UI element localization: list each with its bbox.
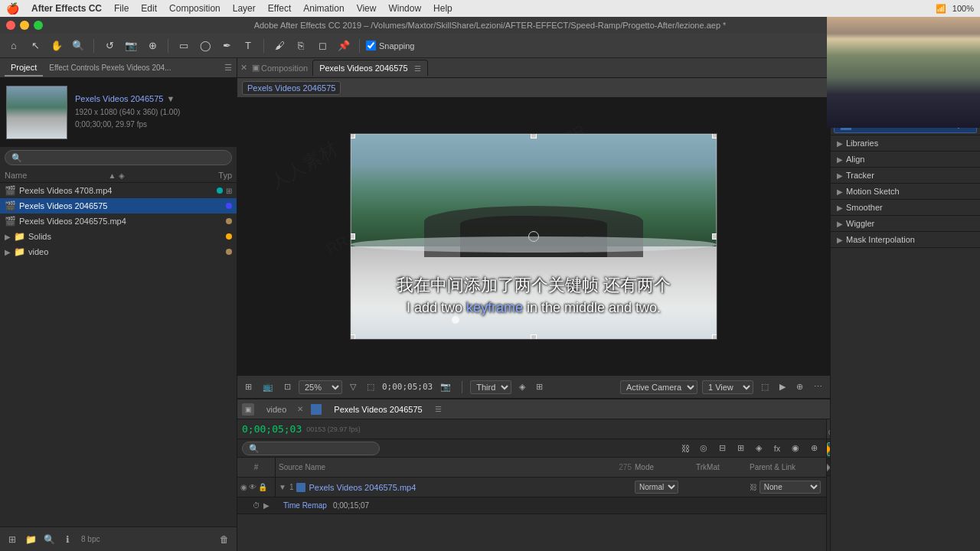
file-item[interactable]: 🎬 Pexels Videos 2046575 (0, 198, 237, 214)
section-mask-interpolation-header[interactable]: ▶ Mask Interpolation (831, 232, 980, 247)
sub-keyframe-1[interactable] (827, 464, 830, 471)
snapping-checkbox[interactable] (366, 41, 376, 51)
new-item-btn[interactable]: ⊞ (5, 532, 20, 547)
tl-adjust-btn[interactable]: ⊕ (806, 441, 822, 456)
rotate-tool[interactable]: ↺ (100, 37, 119, 54)
tl-expand-btn[interactable]: ⊞ (733, 441, 748, 456)
tl-link-btn[interactable]: ⛓ (678, 441, 693, 456)
menu-composition[interactable]: Composition (169, 3, 220, 14)
comp-name-tag[interactable]: Pexels Videos 2046575 (242, 81, 341, 95)
pan-tool[interactable]: ⊕ (143, 37, 162, 54)
apple-menu[interactable]: 🍎 (6, 2, 19, 15)
render-btn[interactable]: ▶ (776, 380, 789, 393)
more-btn[interactable]: ⋯ (811, 380, 825, 393)
tl-layer-row[interactable]: ◉ 👁 🔒 ▼ 1 Pexels Videos 2046575.mp4 (237, 478, 826, 497)
tl-motion-btn[interactable]: ◉ (788, 441, 803, 456)
puppet-tool[interactable]: 📌 (335, 37, 353, 54)
camera-tool[interactable]: 📷 (122, 37, 140, 54)
home-tool[interactable]: ⌂ (5, 37, 23, 54)
hand-tool[interactable]: ✋ (47, 37, 66, 54)
menu-help[interactable]: Help (433, 3, 452, 14)
layer-solo-icon[interactable]: ◉ (240, 483, 247, 491)
timeline-ruler[interactable]: 0s 5s 10s 15s 20s 25s 30s (827, 419, 830, 439)
layer-lock-icon[interactable]: 🔒 (258, 483, 267, 491)
text-tool[interactable]: T (239, 37, 257, 54)
maximize-button[interactable] (34, 21, 43, 30)
section-align-header[interactable]: ▶ Align (831, 152, 980, 167)
file-item[interactable]: 🎬 Pexels Videos 4708.mp4 ⊞ (0, 183, 237, 198)
tl-solo-btn[interactable]: ◎ (696, 441, 711, 456)
sublayer-stopwatch-icon[interactable]: ⏱ (253, 501, 260, 510)
delete-btn[interactable]: 🗑 (217, 532, 232, 547)
zoom-select[interactable]: 25% 50% 100% (299, 380, 342, 394)
comp-tab-menu-icon[interactable]: ☰ (414, 64, 421, 73)
section-smoother-header[interactable]: ▶ Smoother (831, 200, 980, 215)
view-mode-btn[interactable]: 📺 (260, 380, 276, 393)
section-libraries-header[interactable]: ▶ Libraries (831, 135, 980, 151)
tab-effect-controls[interactable]: Effect Controls Pexels Videos 204... (43, 60, 177, 75)
region-btn[interactable]: ⬚ (364, 380, 377, 393)
paint-tool[interactable]: 🖌 (270, 37, 289, 54)
search-btn[interactable]: 🔍 (41, 532, 57, 547)
clone-tool[interactable]: ⎘ (292, 37, 310, 54)
menu-animation[interactable]: Animation (303, 3, 344, 14)
3d-view-btn[interactable]: ⬚ (758, 380, 772, 393)
folder-expand-4[interactable]: ▶ (5, 233, 11, 241)
tl-collapse-btn[interactable]: ⊟ (714, 441, 730, 456)
view-count-select[interactable]: 1 View 2 Views 4 Views (702, 380, 753, 394)
sublayer-expand-icon[interactable]: ▶ (263, 501, 270, 510)
rect-mask-tool[interactable]: ▭ (175, 37, 193, 54)
file-item[interactable]: ▶ 📁 Solids (0, 229, 237, 244)
parent-chain-icon[interactable]: ⛓ (750, 483, 757, 491)
camera-select[interactable]: Active Camera (620, 380, 697, 394)
folder-btn[interactable]: 📁 (23, 532, 38, 547)
timeline-tab-comp[interactable]: Pexels Videos 2046575 (328, 402, 428, 417)
parent-select[interactable]: None (760, 481, 821, 494)
filter-icon[interactable]: ◈ (119, 171, 125, 180)
menu-file[interactable]: File (114, 3, 129, 14)
fit-btn[interactable]: ▽ (347, 380, 359, 393)
menu-layer[interactable]: Layer (233, 3, 256, 14)
sort-asc-icon[interactable]: ▲ (109, 171, 116, 180)
layer-mode-select[interactable]: Normal (635, 481, 678, 494)
panel-menu-btn[interactable]: ☰ (224, 63, 232, 73)
eraser-tool[interactable]: ◻ (313, 37, 332, 54)
track-row-sub-1[interactable] (827, 459, 830, 476)
comp-settings-btn[interactable]: ⊞ (242, 380, 255, 393)
menu-edit[interactable]: Edit (141, 3, 157, 14)
close-button[interactable] (6, 21, 15, 30)
timeline-search-input[interactable] (242, 442, 380, 455)
tl-fx-btn[interactable]: fx (769, 441, 785, 456)
tab-project[interactable]: Project (5, 60, 43, 77)
file-item[interactable]: ▶ 📁 video (0, 244, 237, 259)
track-row-1[interactable] (827, 439, 830, 459)
zoom-tool[interactable]: 🔍 (69, 37, 87, 54)
tl-blend-btn[interactable]: ◈ (751, 441, 766, 456)
menu-effect[interactable]: Effect (268, 3, 291, 14)
third-view-select[interactable]: Third Full (470, 380, 511, 394)
overlay-btn[interactable]: ⊕ (793, 380, 806, 393)
tab-pexels-2046575[interactable]: Pexels Videos 2046575 ☰ (312, 60, 427, 76)
minimize-button[interactable] (20, 21, 29, 30)
grid-btn[interactable]: ⊡ (281, 380, 294, 393)
ellipse-mask-tool[interactable]: ◯ (196, 37, 214, 54)
project-search-input[interactable] (5, 150, 232, 165)
menu-view[interactable]: View (357, 3, 377, 14)
timeline-tab-video[interactable]: video (260, 402, 292, 417)
section-wiggler-header[interactable]: ▶ Wiggler (831, 216, 980, 231)
select-tool[interactable]: ↖ (26, 37, 44, 54)
layer-vis-icon[interactable]: 👁 (249, 483, 256, 491)
folder-expand-5[interactable]: ▶ (5, 248, 11, 256)
timeline-timecode[interactable]: 0;00;05;03 (242, 423, 302, 435)
timeline-tab-menu[interactable]: ☰ (435, 405, 442, 413)
color-picker-btn[interactable]: ◈ (516, 380, 528, 393)
section-tracker-header[interactable]: ▶ Tracker (831, 168, 980, 183)
section-motion-sketch-header[interactable]: ▶ Motion Sketch (831, 184, 980, 199)
layer-expand-arrow[interactable]: ▼ (279, 483, 286, 491)
file-item[interactable]: 🎬 Pexels Videos 2046575.mp4 (0, 214, 237, 229)
transparency-btn[interactable]: ⊞ (533, 380, 546, 393)
info-btn[interactable]: ℹ (60, 532, 75, 547)
menu-window[interactable]: Window (388, 3, 421, 14)
pen-tool[interactable]: ✒ (217, 37, 236, 54)
camera-snapshot-btn[interactable]: 📷 (437, 380, 454, 393)
